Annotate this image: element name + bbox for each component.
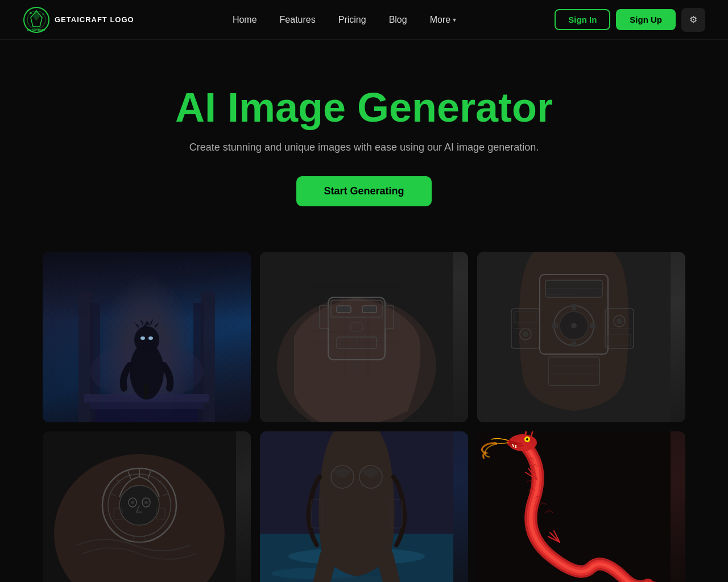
gallery-image-5-content <box>260 431 468 582</box>
svg-point-26 <box>148 336 153 340</box>
svg-point-17 <box>134 326 159 354</box>
image-gallery <box>0 240 728 582</box>
svg-rect-64 <box>572 304 576 310</box>
nav-actions: Sign In Sign Up ⚙ <box>555 8 705 32</box>
svg-marker-20 <box>134 322 139 328</box>
svg-rect-14 <box>96 409 198 422</box>
gallery-image-2 <box>260 252 468 422</box>
svg-rect-67 <box>590 323 595 328</box>
svg-rect-66 <box>552 323 558 328</box>
svg-rect-34 <box>362 306 377 313</box>
header: GETAICRAFT GetAICraft Logo Home Features… <box>0 0 728 40</box>
gallery-image-2-content <box>260 252 468 422</box>
svg-rect-33 <box>337 306 351 313</box>
hero-section: AI Image Generator Create stunning and u… <box>0 40 728 240</box>
gallery-image-1-content <box>43 252 251 422</box>
svg-point-28 <box>143 384 149 389</box>
svg-marker-23 <box>140 319 143 326</box>
gallery-image-1 <box>43 252 251 422</box>
svg-rect-27 <box>144 388 148 398</box>
gallery-image-3-content <box>477 252 685 422</box>
start-generating-button[interactable]: Start Generating <box>296 176 431 206</box>
svg-rect-13 <box>90 402 204 409</box>
svg-marker-3 <box>33 11 40 21</box>
gallery-image-5 <box>260 431 468 582</box>
gear-icon: ⚙ <box>689 14 697 25</box>
gallery-item-6 <box>477 431 685 582</box>
svg-marker-22 <box>147 320 150 326</box>
svg-point-56 <box>523 331 528 337</box>
gallery-image-4 <box>43 431 251 582</box>
nav-item-blog[interactable]: Blog <box>380 10 416 30</box>
signin-button[interactable]: Sign In <box>555 9 610 30</box>
chevron-down-icon: ▾ <box>453 16 456 24</box>
nav-item-more[interactable]: More ▾ <box>421 10 465 30</box>
svg-point-117 <box>526 438 528 440</box>
svg-rect-114 <box>477 431 671 582</box>
nav-more-label: More <box>430 15 450 25</box>
gallery-item-3 <box>477 252 685 422</box>
hero-subtitle: Create stunning and unique images with e… <box>23 142 705 153</box>
svg-point-5 <box>43 13 44 15</box>
logo-icon: GETAICRAFT <box>23 6 50 34</box>
gallery-item-5 <box>260 431 468 582</box>
svg-point-4 <box>30 12 32 14</box>
logo-text: GetAICraft Logo <box>55 15 134 24</box>
svg-point-63 <box>571 323 577 329</box>
gallery-image-6-content <box>477 431 685 582</box>
nav-item-features[interactable]: Features <box>271 10 325 30</box>
svg-text:GETAICRAFT: GETAICRAFT <box>27 28 46 32</box>
gallery-item-4 <box>43 431 251 582</box>
signup-button[interactable]: Sign Up <box>616 9 676 30</box>
main-nav: Home Features Pricing Blog More ▾ <box>224 10 465 30</box>
gallery-image-6 <box>477 431 685 582</box>
svg-rect-65 <box>572 342 576 347</box>
nav-item-home[interactable]: Home <box>224 10 266 30</box>
settings-button[interactable]: ⚙ <box>681 8 705 32</box>
svg-point-25 <box>140 336 145 340</box>
svg-point-89 <box>144 501 148 504</box>
svg-marker-24 <box>150 319 154 326</box>
svg-point-6 <box>28 23 29 24</box>
svg-point-73 <box>617 318 622 324</box>
logo: GETAICRAFT GetAICraft Logo <box>23 6 134 34</box>
gallery-item-2 <box>260 252 468 422</box>
gallery-image-3 <box>477 252 685 422</box>
svg-point-88 <box>131 501 134 504</box>
hero-title: AI Image Generator <box>23 85 705 130</box>
gallery-item-1 <box>43 252 251 422</box>
svg-marker-21 <box>155 322 159 328</box>
gallery-image-4-content <box>43 431 251 582</box>
nav-item-pricing[interactable]: Pricing <box>329 10 375 30</box>
